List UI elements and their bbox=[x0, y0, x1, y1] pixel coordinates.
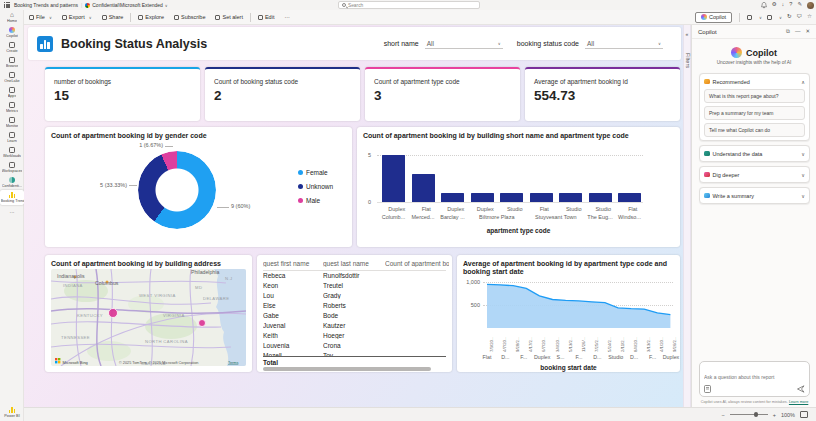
bar-2[interactable] bbox=[441, 193, 464, 202]
notifications-bell-icon[interactable] bbox=[761, 2, 767, 9]
download-icon[interactable]: ↓ bbox=[782, 2, 785, 8]
bar-0[interactable] bbox=[382, 155, 405, 202]
prompt-guide-icon[interactable] bbox=[704, 385, 711, 393]
kpi-card-2[interactable]: Count of apartment type code3 bbox=[365, 67, 520, 121]
map-bubble[interactable] bbox=[199, 320, 206, 327]
table-cell[interactable]: Keith bbox=[263, 332, 321, 339]
account-avatar[interactable] bbox=[807, 2, 814, 9]
suggestion-chip[interactable]: Prep a summary for my team bbox=[704, 106, 805, 120]
column-header[interactable]: guest first name bbox=[263, 260, 321, 267]
pop-out-icon[interactable]: ⧉ bbox=[786, 28, 790, 35]
sidebar-item-workloads[interactable]: Workloads bbox=[0, 145, 24, 160]
donut-plot[interactable] bbox=[138, 151, 216, 229]
zoom-slider[interactable] bbox=[730, 414, 768, 415]
share-button[interactable]: Share bbox=[97, 12, 129, 23]
sidebar-item-copilot[interactable]: Copilot bbox=[0, 25, 24, 40]
table-cell[interactable]: Keon bbox=[263, 282, 321, 289]
booking-status-code-dropdown[interactable]: All∨ bbox=[585, 39, 663, 49]
sidebar-item-learn[interactable]: Learn bbox=[0, 130, 24, 145]
copilot-section-understand-the-data-header[interactable]: Understand the data∨ bbox=[704, 149, 805, 158]
chevron-down-icon[interactable]: ∨ bbox=[165, 3, 168, 8]
chevron-down-icon[interactable]: ∨ bbox=[801, 193, 805, 199]
table-cell[interactable]: Gabe bbox=[263, 312, 321, 319]
sidebar-item-create[interactable]: Create bbox=[0, 40, 24, 55]
filters-pane-collapsed[interactable]: « Filters bbox=[683, 25, 691, 407]
chevron-down-icon[interactable]: ∨ bbox=[801, 172, 805, 178]
copilot-section-recommended-header[interactable]: Recommended∧ bbox=[704, 77, 805, 86]
expand-chevron-icon[interactable]: « bbox=[686, 31, 689, 37]
learn-more-link[interactable]: Learn more bbox=[789, 400, 808, 404]
donut-chart-gender[interactable]: Count of apartment booking id by gender … bbox=[45, 127, 352, 247]
zoom-out-icon[interactable]: − bbox=[721, 412, 724, 418]
more-options-button[interactable]: ··· bbox=[279, 12, 295, 23]
sensitivity-label[interactable]: Confidential\Microsoft Extended bbox=[92, 2, 163, 8]
send-icon[interactable] bbox=[797, 385, 805, 393]
kpi-card-1[interactable]: Count of booking status code2 bbox=[205, 67, 360, 121]
suggestion-chip[interactable]: What is this report page about? bbox=[704, 89, 805, 103]
bar-7[interactable] bbox=[589, 193, 612, 202]
feedback-pencil-icon[interactable]: ✎ bbox=[797, 2, 802, 8]
table-cell[interactable]: Rebeca bbox=[263, 272, 321, 279]
sidebar-item-onelake[interactable]: OneLake bbox=[0, 70, 24, 85]
guest-table[interactable]: guest first nameguest last nameCount of … bbox=[257, 255, 452, 372]
bar-1[interactable] bbox=[412, 174, 435, 202]
bar-4[interactable] bbox=[500, 193, 523, 202]
table-cell[interactable]: Crona bbox=[323, 342, 383, 349]
settings-gear-icon[interactable]: ⚙ bbox=[772, 2, 777, 8]
sidebar-item-browse[interactable]: Browse bbox=[0, 55, 24, 70]
explore-button[interactable]: Explore bbox=[133, 12, 169, 23]
copilot-section-dig-deeper-header[interactable]: Dig deeper∨ bbox=[704, 170, 805, 179]
sidebar-item-confidenti[interactable]: Confidenti... bbox=[0, 175, 24, 190]
sidebar-item-home[interactable]: ⌂Home bbox=[0, 10, 24, 25]
global-search-input[interactable]: Search bbox=[338, 1, 480, 9]
table-cell[interactable]: Grady bbox=[323, 292, 383, 299]
map-terms-link[interactable]: Terms bbox=[228, 361, 238, 365]
table-cell[interactable]: Runolfsdottir bbox=[323, 272, 383, 279]
zoom-slider-thumb[interactable] bbox=[754, 412, 759, 417]
bar-chart-building[interactable]: Count of apartment booking id by buildin… bbox=[357, 127, 680, 247]
sidebar-item-monitor[interactable]: Monitor bbox=[0, 115, 24, 130]
zoom-in-icon[interactable]: + bbox=[773, 412, 776, 418]
short-name-dropdown[interactable]: All∨ bbox=[425, 39, 503, 49]
column-header[interactable]: guest last name bbox=[323, 260, 383, 267]
chevron-down-icon[interactable]: ∨ bbox=[801, 151, 805, 157]
bar-6[interactable] bbox=[559, 193, 582, 202]
file-menu-button[interactable]: File∨ bbox=[24, 12, 57, 23]
sidebar-item-apps[interactable]: Apps bbox=[0, 85, 24, 100]
table-cell[interactable]: Louvenia bbox=[263, 342, 321, 349]
column-header[interactable]: Count of apartment bo ▼ bbox=[385, 260, 449, 267]
table-cell[interactable]: Kautzer bbox=[323, 322, 383, 329]
table-cell[interactable]: Treutel bbox=[323, 282, 383, 289]
sidebar-item-metrics[interactable]: Metrics bbox=[0, 100, 24, 115]
table-cell[interactable]: Bode bbox=[323, 312, 383, 319]
legend-item-female[interactable]: Female bbox=[298, 169, 333, 176]
edit-button[interactable]: Edit bbox=[253, 12, 279, 23]
display-icon[interactable] bbox=[767, 15, 772, 20]
set-alert-button[interactable]: Set alert bbox=[210, 12, 247, 23]
comments-icon[interactable]: 🗩 bbox=[797, 14, 803, 20]
copilot-toggle-button[interactable]: Copilot bbox=[695, 12, 732, 23]
chevron-up-icon[interactable]: ∧ bbox=[801, 79, 805, 85]
kpi-card-3[interactable]: Average of apartment booking id554.73 bbox=[525, 67, 680, 121]
area-chart-booking-date[interactable]: Average of apartment booking id by apart… bbox=[457, 255, 680, 372]
suggestion-chip[interactable]: Tell me what Copilot can do bbox=[704, 123, 805, 137]
map-booking-address[interactable]: Count of apartment booking id by buildin… bbox=[45, 255, 252, 372]
sidebar-item-booking-trends-a[interactable]: Booking Trends a... bbox=[0, 190, 24, 205]
copilot-section-write-a-summary-header[interactable]: Write a summary∨ bbox=[704, 191, 805, 200]
close-icon[interactable]: ✕ bbox=[805, 28, 810, 35]
copilot-question-input[interactable] bbox=[704, 374, 805, 380]
refresh-icon[interactable]: ↻ bbox=[787, 14, 792, 20]
table-cell[interactable]: Else bbox=[263, 302, 321, 309]
minimize-icon[interactable]: — bbox=[795, 28, 801, 35]
sidebar-item-workspaces[interactable]: Workspaces bbox=[0, 160, 24, 175]
app-launcher-icon[interactable] bbox=[4, 2, 10, 8]
table-cell[interactable]: Lou bbox=[263, 292, 321, 299]
page-view-icon[interactable] bbox=[747, 15, 752, 20]
legend-item-unknown[interactable]: Unknown bbox=[298, 183, 333, 190]
workspace-name[interactable]: Booking Trends and patterns bbox=[14, 2, 78, 8]
sidebar-item-[interactable]: ··· bbox=[0, 205, 24, 220]
legend-item-male[interactable]: Male bbox=[298, 197, 333, 204]
copilot-input-box[interactable] bbox=[699, 361, 810, 397]
table-cell[interactable]: Roberts bbox=[323, 302, 383, 309]
kpi-card-0[interactable]: number of bookings15 bbox=[45, 67, 200, 121]
